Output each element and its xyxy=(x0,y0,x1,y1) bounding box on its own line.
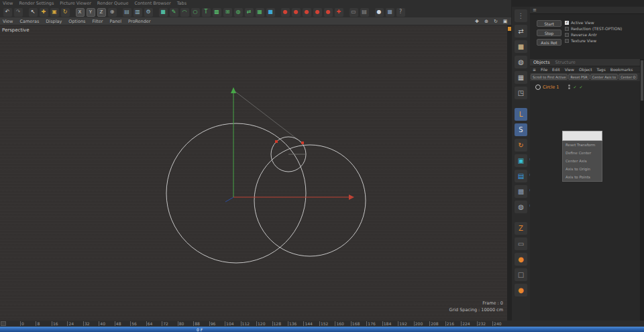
enabled-check-icon-2[interactable]: ✓ xyxy=(580,85,583,89)
environment-object-icon[interactable]: ● xyxy=(303,8,311,17)
viewport-camera-label[interactable]: Perspective xyxy=(2,27,30,33)
menubar-item[interactable]: Content Browser xyxy=(134,1,170,6)
help-icon[interactable]: ? xyxy=(396,8,405,17)
sphere-shade-icon[interactable]: ● xyxy=(375,8,384,17)
grip-icon[interactable]: ⋮ xyxy=(515,9,527,22)
playhead-label[interactable]: 0 F xyxy=(197,327,203,332)
object-menu-item[interactable]: View xyxy=(565,67,574,72)
checkbox-icon[interactable] xyxy=(565,27,569,31)
menubar-item[interactable]: Render Settings xyxy=(19,1,54,6)
grid-snap-icon[interactable]: □ xyxy=(515,268,527,281)
lock-y-button[interactable]: Y xyxy=(87,8,95,17)
object-row-circle[interactable]: Circle 1 ✓ ✓ xyxy=(530,83,644,91)
floor-object-icon[interactable]: ● xyxy=(281,8,290,17)
menubar-item[interactable]: Picture Viewer xyxy=(60,1,91,6)
spline-pen-icon[interactable]: ✎ xyxy=(170,8,178,17)
viewport-menu-item[interactable]: Filter xyxy=(92,19,103,24)
context-menu-header[interactable] xyxy=(562,131,602,141)
magnet-dot-icon[interactable]: ● xyxy=(515,253,527,266)
context-menu-item[interactable]: Center Axis xyxy=(563,157,602,165)
lock-z-button[interactable]: Z xyxy=(97,8,106,17)
edges-mode-icon[interactable]: ▤⚙ xyxy=(515,170,527,182)
polygons-mode-icon[interactable]: ▩⚙ xyxy=(515,185,527,198)
viewport-scrollbar[interactable] xyxy=(507,25,512,321)
coordinate-system-icon[interactable]: ⊕ xyxy=(108,8,117,17)
axis-rot-button[interactable]: Axis Rot xyxy=(537,39,561,46)
context-menu-item[interactable]: Axis to Points xyxy=(563,173,602,181)
cube-primitive-icon[interactable]: ■ xyxy=(159,8,168,17)
cube-shade-icon[interactable]: ■ xyxy=(386,8,394,17)
spline-text-icon[interactable]: T xyxy=(202,8,211,17)
pan-view-icon[interactable]: ✚ xyxy=(474,18,480,25)
render-picture-viewer-icon[interactable]: ▥ xyxy=(133,8,142,17)
context-menu-item[interactable]: Reset Transform xyxy=(563,141,602,149)
zoom-view-icon[interactable]: ⊕ xyxy=(483,18,490,25)
maximize-view-icon[interactable]: ▣ xyxy=(502,18,508,25)
subdivision-surface-icon[interactable]: ▩ xyxy=(213,8,221,17)
checkbox-checked-icon[interactable]: ✓ xyxy=(565,21,569,25)
transport-checkbox[interactable]: Texture View xyxy=(565,38,596,43)
history-icon[interactable]: Z xyxy=(515,222,527,235)
rotate-tool-icon[interactable]: ↻ xyxy=(61,8,70,17)
redo-icon[interactable]: ↷ xyxy=(14,8,23,17)
object-action-button[interactable]: Center Axis to xyxy=(590,74,618,80)
object-menu-item[interactable]: Bookmarks xyxy=(610,67,633,72)
scale-tool-icon[interactable]: ▣ xyxy=(50,8,59,17)
timeline-range-bar[interactable]: 0 F xyxy=(0,327,644,332)
move-tool-icon[interactable]: ✚ xyxy=(40,8,48,17)
render-view-icon[interactable]: ▤ xyxy=(123,8,131,17)
visibility-dots[interactable] xyxy=(568,85,570,89)
panel-scrollbar-handle[interactable] xyxy=(641,60,643,101)
spline-arc-icon[interactable]: ◠ xyxy=(180,8,189,17)
array-generator-icon[interactable]: ⊞ xyxy=(223,8,232,17)
workplane-mode-icon[interactable]: ▦ xyxy=(515,71,527,84)
panel-scrollbar[interactable] xyxy=(640,59,644,321)
workplane-dot-icon[interactable]: ● xyxy=(515,284,527,296)
snap-icon[interactable]: ▭ xyxy=(515,237,527,250)
keyframe-icon[interactable]: ▭ xyxy=(350,8,358,17)
menubar-item[interactable]: Render Queue xyxy=(97,1,129,6)
object-menu-item[interactable]: Edit xyxy=(552,67,560,72)
model-mode-icon[interactable]: ■ xyxy=(515,40,527,53)
object-action-button[interactable]: Reset PSR xyxy=(568,74,589,80)
workplane-icon[interactable]: ■ xyxy=(266,8,275,17)
menubar-item[interactable]: View xyxy=(3,1,13,6)
object-action-button[interactable]: Scroll to First Active xyxy=(531,74,568,80)
stop-button[interactable]: Stop xyxy=(537,30,561,36)
transport-checkbox[interactable]: Reverse Antr xyxy=(565,32,597,37)
rotate-view-icon[interactable]: ↻ xyxy=(492,18,499,25)
timeline-corner-box[interactable] xyxy=(1,321,6,326)
checkbox-icon[interactable] xyxy=(565,33,569,37)
light-object-icon[interactable]: ● xyxy=(313,8,322,17)
object-menu-icon[interactable]: ≡ xyxy=(533,67,536,72)
panel-menu-icon[interactable]: ≡ xyxy=(533,7,537,13)
spline-circle-icon[interactable]: ○ xyxy=(191,8,200,17)
undo-icon[interactable]: ↶ xyxy=(3,8,12,17)
stage-object-icon[interactable]: ✚ xyxy=(335,8,343,17)
viewport-menu-item[interactable]: ProRender xyxy=(128,19,150,24)
solo-mode-icon[interactable]: S xyxy=(515,123,527,136)
texture-mode-icon[interactable]: ◍ xyxy=(515,56,527,68)
viewport-menu-item[interactable]: Display xyxy=(46,19,62,24)
record-icon[interactable]: ▤ xyxy=(360,8,369,17)
tab-structure[interactable]: Structure xyxy=(555,60,576,65)
object-tree[interactable]: Circle 1 ✓ ✓ xyxy=(530,81,644,321)
lock-x-button[interactable]: X xyxy=(76,8,85,17)
viewport-menu-item[interactable]: Panel xyxy=(110,19,122,24)
rotate-swirl-icon[interactable]: ↻ xyxy=(515,139,527,152)
object-menu-item[interactable]: Tags xyxy=(597,67,606,72)
points-mode-icon[interactable]: ▣⚙ xyxy=(515,154,527,167)
viewport[interactable]: Perspective Frame : 0 Grid Spacing : 100… xyxy=(0,25,507,321)
enabled-check-icon[interactable]: ✓ xyxy=(573,85,576,89)
live-selection-icon[interactable]: ↖ xyxy=(29,8,38,17)
object-action-button[interactable]: Center O xyxy=(619,74,637,80)
checkbox-icon[interactable] xyxy=(565,39,569,43)
viewport-menu-item[interactable]: Cameras xyxy=(19,19,39,24)
viewport-menu-item[interactable]: View xyxy=(3,19,13,24)
sky-object-icon[interactable]: ● xyxy=(292,8,301,17)
object-name[interactable]: Circle 1 xyxy=(543,85,559,90)
uv-mode-icon[interactable]: ◍⚙ xyxy=(515,201,527,213)
enable-axis-icon[interactable]: L xyxy=(515,108,527,121)
tab-objects[interactable]: Objects xyxy=(533,60,550,65)
viewport-menu-item[interactable]: Options xyxy=(68,19,85,24)
